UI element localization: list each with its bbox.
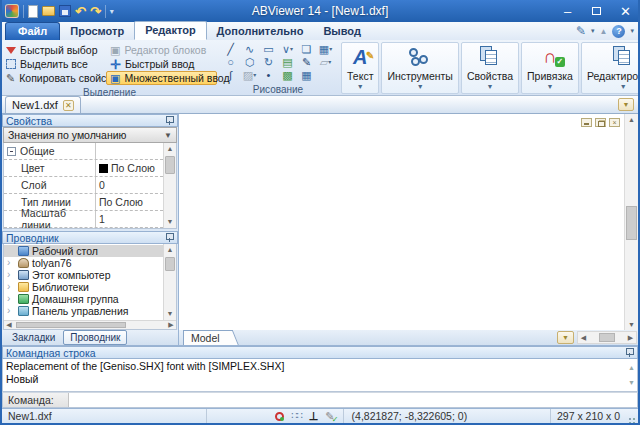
tree-item-homegroup[interactable]: › Домашняя группа — [4, 293, 163, 305]
image-icon[interactable]: ▩ — [278, 69, 297, 82]
scroll-down-icon[interactable]: ▼ — [625, 321, 638, 328]
tab-explorer[interactable]: Проводник — [63, 330, 127, 345]
multiple-input-button[interactable]: ▣ Множественный ввод — [106, 71, 217, 85]
polyline-sketch-icon[interactable]: ∿ — [240, 43, 259, 56]
wipeout-icon[interactable]: ▤ — [278, 56, 297, 69]
arc-icon[interactable]: ↻ — [259, 56, 278, 69]
clip-icon[interactable]: ▦▾ — [316, 43, 335, 56]
new-file-icon[interactable] — [28, 5, 38, 18]
pin-icon[interactable] — [625, 347, 634, 358]
redo-icon[interactable]: ↷ — [90, 5, 101, 18]
text-button[interactable]: A✎ Текст ▼ — [341, 42, 379, 94]
polyline-icon[interactable]: ∨▾ — [278, 43, 297, 56]
expand-icon[interactable]: › — [7, 294, 15, 304]
resize-grip[interactable] — [626, 411, 636, 421]
tab-list-chevron-icon[interactable]: ▼ — [618, 98, 634, 111]
minimize-button[interactable]: – — [553, 1, 582, 21]
property-group-row[interactable]: Общие — [4, 143, 163, 160]
pin-icon[interactable] — [165, 115, 174, 126]
grid-icon[interactable]: ∷∷ — [291, 411, 302, 421]
osnap-icon[interactable] — [275, 412, 284, 421]
line-icon[interactable]: ╱ — [221, 43, 240, 56]
tab-model[interactable]: Model — [183, 330, 233, 345]
tab-view[interactable]: Просмотр — [60, 23, 134, 40]
tree-item-computer[interactable]: › Этот компьютер — [4, 269, 163, 281]
command-input[interactable] — [69, 393, 637, 407]
copy-properties-button[interactable]: ✎ Копировать свойства — [2, 71, 106, 85]
expand-icon[interactable]: › — [7, 270, 15, 280]
spline-pencil-icon[interactable]: ✎ — [297, 56, 316, 69]
document-tab-close-icon[interactable]: ✕ — [63, 100, 74, 111]
scroll-right-icon[interactable]: ▶ — [625, 334, 636, 342]
expand-icon[interactable]: › — [7, 306, 15, 316]
tab-advanced[interactable]: Дополнительно — [207, 23, 314, 40]
scroll-up-icon[interactable]: ▲ — [167, 143, 174, 155]
property-row-layer[interactable]: Слой 0 — [4, 177, 163, 194]
scroll-left-icon[interactable]: ◀ — [578, 334, 589, 342]
help-icon[interactable]: ? — [612, 25, 625, 38]
hatch-icon[interactable]: ▨▾ — [240, 69, 259, 82]
document-tab[interactable]: New1.dxf ✕ — [5, 96, 81, 113]
property-row-linescale[interactable]: Масштаб линии 1 — [4, 211, 163, 228]
tab-bookmarks[interactable]: Закладки — [6, 331, 61, 344]
rectangle-icon[interactable]: ▭ — [259, 43, 278, 56]
scroll-down-icon[interactable]: ▼ — [628, 376, 635, 389]
tab-editor[interactable]: Редактор — [134, 21, 206, 40]
style-editor-icon[interactable]: ✎ — [576, 24, 586, 38]
circle-icon[interactable]: ○ — [221, 56, 240, 69]
tree-item-libraries[interactable]: › Библиотеки — [4, 281, 163, 293]
scroll-right-icon[interactable]: ▶ — [166, 321, 176, 329]
scrollbar-thumb[interactable] — [599, 333, 615, 342]
scroll-up-icon[interactable]: ▲ — [628, 361, 635, 374]
table-icon[interactable]: ▦ — [297, 69, 316, 82]
snap-dropdown-icon[interactable]: ▼ — [547, 82, 554, 92]
spline-icon[interactable]: ∫ — [221, 69, 240, 82]
collapse-group-icon[interactable] — [7, 147, 16, 156]
explorer-scrollbar[interactable]: ▲ ▼ — [163, 244, 176, 320]
scroll-up-icon[interactable]: ▲ — [167, 244, 174, 256]
quick-input-button[interactable]: ✛ Быстрый ввод — [106, 57, 217, 71]
expand-icon[interactable]: › — [7, 258, 15, 268]
snap-button[interactable]: ∩✓ Привязка ▼ — [521, 42, 579, 94]
select-all-button[interactable]: Выделить все — [2, 57, 106, 71]
quick-select-button[interactable]: Быстрый выбор — [2, 43, 106, 57]
pin-icon[interactable] — [165, 232, 174, 243]
customize-qat-icon[interactable]: ▾ — [110, 7, 114, 16]
tree-item-control-panel[interactable]: › Панель управления — [4, 305, 163, 317]
doc-restore-icon[interactable] — [595, 118, 606, 127]
scroll-down-icon[interactable]: ▼ — [167, 216, 174, 228]
close-button[interactable]: ✕ — [611, 1, 640, 21]
undo-icon[interactable]: ↶ — [75, 5, 86, 18]
text-dropdown-icon[interactable]: ▼ — [357, 82, 364, 92]
help-dropdown-icon[interactable]: ▾ — [630, 27, 634, 35]
scroll-left-icon[interactable]: ◀ — [4, 321, 14, 329]
layout-list-chevron-icon[interactable]: ▼ — [557, 331, 574, 344]
copy-entities-icon[interactable]: ❏ — [297, 43, 316, 56]
scrollbar-thumb[interactable] — [165, 257, 175, 271]
open-file-icon[interactable] — [42, 6, 55, 16]
save-icon[interactable] — [59, 5, 71, 17]
scroll-up-icon[interactable]: ▲ — [625, 116, 638, 123]
scrollbar-thumb[interactable] — [626, 206, 637, 240]
edit-button[interactable]: Редактировать ▼ — [581, 42, 640, 94]
draw-mode-icon[interactable]: ✎✓ — [325, 410, 334, 423]
tab-file[interactable]: Файл — [5, 22, 60, 40]
scroll-down-icon[interactable]: ▼ — [167, 308, 174, 320]
properties-preset-select[interactable]: Значения по умолчанию ▼ — [3, 127, 177, 143]
explorer-hscrollbar[interactable]: ◀ ▶ — [4, 320, 176, 329]
abviewer-logo-icon[interactable] — [5, 4, 19, 18]
edit-dropdown-icon[interactable]: ▼ — [620, 82, 627, 92]
collapse-ribbon-icon[interactable]: ▲ — [600, 27, 608, 36]
properties-scrollbar[interactable]: ▲ ▼ — [163, 143, 176, 228]
tree-item-desktop[interactable]: Рабочий стол — [4, 245, 163, 257]
doc-close-icon[interactable]: × — [609, 118, 620, 127]
property-row-color[interactable]: Цвет По Слою — [4, 160, 163, 177]
style-dropdown-icon[interactable]: ▾ — [591, 27, 595, 35]
drawing-canvas[interactable]: × ▲ ▼ — [179, 114, 638, 330]
maximize-button[interactable] — [582, 1, 611, 21]
tree-item-user[interactable]: › tolyan76 — [4, 257, 163, 269]
point-icon[interactable]: • — [259, 69, 278, 82]
canvas-hscrollbar[interactable]: ◀ ▶ — [577, 331, 637, 344]
tools-button[interactable]: Инструменты ▼ — [381, 42, 458, 94]
scrollbar-thumb[interactable] — [165, 156, 175, 174]
